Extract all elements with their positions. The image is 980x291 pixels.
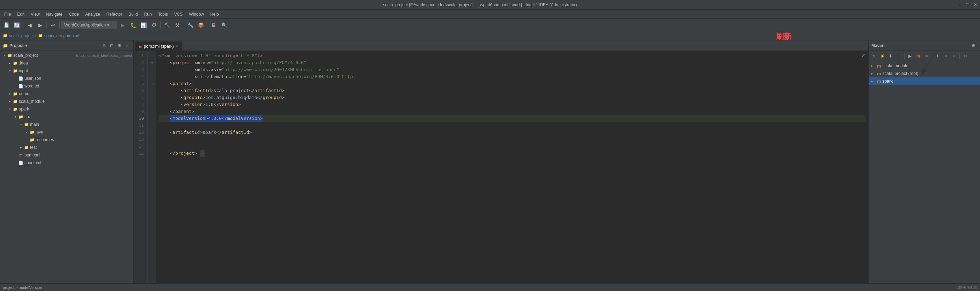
maven-wrench-button[interactable]: ⚙ — [961, 52, 969, 60]
toggle-output[interactable]: ▸ — [7, 91, 13, 96]
tree-item-spark-iml[interactable]: ▸ 📄 spark.iml — [0, 159, 134, 167]
settings-button[interactable]: ⚙ — [116, 42, 123, 49]
profile-button[interactable]: ⏱ — [149, 20, 159, 30]
tree-item-pom-xml[interactable]: ▸ m pom.xml — [0, 151, 134, 159]
toggle-src[interactable]: ▾ — [13, 114, 18, 120]
back-button[interactable]: ◀ — [25, 20, 35, 30]
bc-spark[interactable]: spark — [45, 33, 54, 38]
tree-item-idea[interactable]: ▸ 📁 .idea — [0, 59, 134, 67]
menu-refactor[interactable]: Refactor — [104, 11, 125, 17]
sublabel-scala-project: E:\workspace_idea\scala_project — [76, 53, 132, 57]
folder-icon-spark: 📁 — [13, 106, 18, 112]
toggle-test[interactable]: ▸ — [18, 145, 24, 150]
menu-run[interactable]: Run — [142, 11, 155, 17]
tree-item-input[interactable]: ▾ 📁 input — [0, 67, 134, 74]
menu-navigate[interactable]: Navigate — [43, 11, 65, 17]
menu-window[interactable]: Window — [186, 11, 207, 17]
menu-help[interactable]: Help — [207, 11, 222, 17]
code-line-7: <groupId>com.atguigu.bigdata</groupId> — [159, 94, 865, 101]
build-button[interactable]: 🔨 — [162, 20, 172, 30]
maven-item-spark[interactable]: ▸ m spark — [869, 77, 980, 85]
save-button[interactable]: 💾 — [2, 20, 11, 30]
project-panel-title: 📁 Project ▾ — [3, 43, 27, 48]
maven-run-button[interactable]: ⚡ — [878, 52, 886, 60]
toggle-maven-scala-project[interactable]: ▸ — [872, 72, 876, 75]
folder-icon-src: 📁 — [18, 114, 24, 120]
run-button[interactable]: ▶ — [118, 20, 127, 30]
tree-item-output[interactable]: ▸ 📁 output — [0, 90, 134, 98]
maven-icon-pom: m — [18, 152, 24, 158]
tab-pom-xml[interactable]: m pom.xml (spark) ✕ — [135, 41, 182, 51]
toggle-java[interactable]: ▸ — [24, 129, 29, 135]
toggle-scala-module[interactable]: ▸ — [7, 99, 13, 104]
menu-view[interactable]: View — [28, 11, 43, 17]
menu-tools[interactable]: Tools — [155, 11, 171, 17]
maven-tb-separator-2 — [932, 53, 932, 59]
search-button[interactable]: 🔍 — [219, 20, 229, 30]
toggle-main[interactable]: ▾ — [18, 122, 24, 127]
toggle-idea[interactable]: ▸ — [7, 60, 13, 66]
maven-settings-button[interactable]: ⚙ — [969, 42, 977, 49]
maven-item-scala-project-root[interactable]: ▸ m scala_project (root) — [869, 70, 980, 77]
maven-list-button[interactable]: ≡ — [942, 52, 950, 60]
tree-item-scala-project[interactable]: ▾ 📁 scala_project E:\workspace_idea\scal… — [0, 52, 134, 59]
sync-button[interactable]: 🔄 — [12, 20, 22, 30]
tree-item-java[interactable]: ▸ 📁 java — [0, 128, 134, 136]
folder-icon-resources: 📁 — [29, 137, 35, 142]
run-config-dropdown[interactable]: WordCountApplication ▾ — [61, 21, 117, 29]
maven-execute-button[interactable]: ▶ — [906, 52, 914, 60]
line-num-8: 8 — [134, 101, 146, 108]
maven-download-button[interactable]: ⬇ — [887, 52, 894, 60]
tree-item-word-txt[interactable]: ▸ 📄 word.txt — [0, 82, 134, 90]
bc-scala-project[interactable]: scala_project — [9, 33, 34, 38]
maven-item-scala-module[interactable]: ▸ m scala_module — [869, 62, 980, 70]
collapse-button[interactable]: ⊟ — [108, 42, 115, 49]
artifact-button[interactable]: 📦 — [196, 20, 206, 30]
run-coverage-button[interactable]: 📊 — [138, 20, 148, 30]
menu-analyze[interactable]: Analyze — [83, 11, 103, 17]
maven-refresh-button[interactable]: ↻ — [870, 52, 878, 60]
code-line-11 — [159, 122, 865, 129]
toggle-scala-project[interactable]: ▾ — [2, 53, 7, 58]
maximize-button[interactable]: ☐ — [966, 2, 969, 7]
tree-item-resources[interactable]: ▸ 📁 resources — [0, 136, 134, 144]
menu-build[interactable]: Build — [126, 11, 141, 17]
menu-code[interactable]: Code — [66, 11, 82, 17]
minimize-button[interactable]: — — [957, 2, 961, 7]
tree-item-spark[interactable]: ▾ 📁 spark — [0, 105, 134, 113]
toggle-spark[interactable]: ▾ — [7, 106, 13, 112]
tree-item-scala-module[interactable]: ▸ 📁 scala_module — [0, 98, 134, 105]
terminal-button[interactable]: 🖥 — [209, 20, 218, 30]
maven-m-button[interactable]: m — [914, 52, 922, 60]
line-num-2: 2 — [134, 59, 146, 66]
menu-vcs[interactable]: VCS — [172, 11, 186, 17]
tree-item-main[interactable]: ▾ 📁 main — [0, 120, 134, 128]
gutter-row-10 — [148, 115, 156, 122]
code-area[interactable]: <?xml version="1.0" encoding="UTF-8"?> <… — [156, 51, 868, 283]
menu-file[interactable]: File — [2, 11, 14, 17]
debug-button[interactable]: 🐛 — [128, 20, 138, 30]
maven-panel: Maven ⚙ ↻ ⚡ ⬇ + ▶ m ≈ ☀ ≡ ≡ ⚙ ▸ m scala_… — [868, 40, 980, 283]
build-all-button[interactable]: ⚒ — [172, 20, 182, 30]
dropdown-arrow: ▾ — [107, 23, 109, 27]
toggle-maven-spark[interactable]: ▸ — [872, 79, 876, 83]
undo-button[interactable]: ↩ — [48, 20, 58, 30]
bc-pom-xml[interactable]: pom.xml — [63, 33, 79, 38]
maven-list2-button[interactable]: ≡ — [950, 52, 958, 60]
close-button[interactable]: ✕ — [974, 2, 977, 7]
tab-close-button[interactable]: ✕ — [175, 44, 178, 48]
forward-button[interactable]: ▶ — [35, 20, 45, 30]
maven-sun-button[interactable]: ☀ — [934, 52, 941, 60]
toggle-input[interactable]: ▾ — [7, 68, 13, 74]
tree-item-test[interactable]: ▸ 📁 test — [0, 144, 134, 151]
close-panel-button[interactable]: ✕ — [124, 42, 130, 49]
code-line-15: </project> ⋯ — [159, 150, 865, 157]
tree-item-src[interactable]: ▾ 📁 src — [0, 113, 134, 120]
wrench-button[interactable]: 🔧 — [185, 20, 195, 30]
maven-toggle-button[interactable]: ≈ — [923, 52, 931, 60]
toggle-maven-scala-module[interactable]: ▸ — [872, 64, 876, 68]
scope-button[interactable]: ⊕ — [100, 42, 108, 49]
menu-edit[interactable]: Edit — [14, 11, 27, 17]
maven-add-button[interactable]: + — [895, 52, 903, 60]
tree-item-user-json[interactable]: ▸ 📄 user.json — [0, 74, 134, 82]
